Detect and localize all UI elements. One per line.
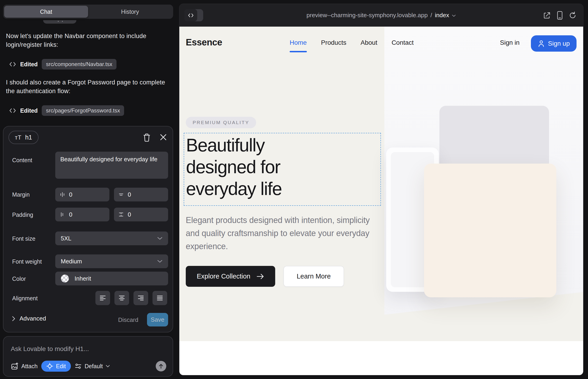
composer-input[interactable]: Ask Lovable to modify H1... (11, 345, 89, 353)
file-chip[interactable]: src/components/Navbar.tsx (42, 59, 116, 69)
save-button[interactable]: Save (147, 313, 168, 327)
explore-collection-button[interactable]: Explore Collection (186, 266, 275, 287)
code-preview-toggle[interactable] (184, 9, 203, 21)
sliders-icon (75, 363, 82, 370)
nav-link-about[interactable]: About (360, 39, 377, 46)
mobile-view-button[interactable] (557, 11, 563, 20)
padding-x-input[interactable]: 0 (55, 208, 109, 221)
font-weight-select[interactable]: Medium (55, 254, 168, 268)
url-separator: / (431, 12, 432, 19)
url-host: preview--charming-site-symphony.lovable.… (307, 12, 428, 19)
url-page: index (435, 12, 449, 19)
edit-target-icon (46, 363, 53, 370)
refresh-icon (569, 11, 577, 19)
refresh-button[interactable] (569, 11, 577, 19)
composer-toolbar: Attach Edit Default (11, 361, 166, 372)
model-default-button[interactable]: Default (75, 363, 110, 370)
tab-chat[interactable]: Chat (4, 6, 88, 18)
edited-label: Edited (20, 61, 38, 68)
color-select[interactable]: Inherit (55, 272, 168, 285)
edited-file-row: Edited src/components/Navbar.tsx (9, 59, 117, 69)
code-icon (9, 108, 16, 113)
chevron-right-icon (12, 316, 15, 322)
tab-history[interactable]: History (88, 6, 172, 18)
chevron-down-icon (157, 237, 163, 240)
font-weight-label: Font weight (12, 258, 42, 265)
learn-more-button[interactable]: Learn More (283, 266, 344, 287)
scrolled-pill-fragment (43, 20, 76, 24)
hero-card-cream (424, 164, 556, 297)
chat-message: I should also create a Forgot Password p… (6, 78, 170, 96)
send-up-icon (158, 363, 164, 369)
padding-vertical-icon (118, 211, 124, 218)
edit-mode-button[interactable]: Edit (41, 361, 71, 372)
hero-cta-row: Explore Collection Learn More (186, 266, 344, 287)
hero-heading[interactable]: Beautifully designed for everyday life (186, 134, 282, 200)
arrow-right-icon (256, 273, 264, 279)
padding-y-input[interactable]: 0 (114, 208, 168, 221)
margin-horizontal-icon (59, 191, 65, 198)
send-button[interactable] (156, 361, 166, 371)
file-chip[interactable]: src/pages/ForgotPassword.tsx (42, 105, 124, 116)
align-left-button[interactable] (95, 291, 110, 305)
nav-link-contact[interactable]: Contact (391, 39, 414, 46)
chevron-down-icon (106, 365, 110, 367)
nav-link-products[interactable]: Products (321, 39, 346, 46)
open-external-button[interactable] (543, 11, 551, 19)
margin-x-input[interactable]: 0 (55, 188, 109, 201)
alignment-buttons (95, 291, 167, 305)
site-nav-links: Home Products About Contact (290, 39, 414, 46)
align-left-icon (99, 295, 106, 301)
chat-message: Now let's update the Navbar component to… (6, 32, 170, 49)
premium-quality-badge: PREMIUM QUALITY (186, 117, 256, 128)
chevron-down-icon (452, 15, 456, 17)
discard-button[interactable]: Discard (118, 316, 138, 323)
element-tag-name: h1 (25, 134, 32, 141)
signup-button[interactable]: Sign up (531, 35, 576, 52)
margin-vertical-icon (118, 191, 124, 198)
preview-panel: preview--charming-site-symphony.lovable.… (179, 4, 583, 375)
edited-label: Edited (20, 107, 38, 114)
transparent-swatch-icon (61, 274, 69, 283)
advanced-toggle[interactable]: Advanced (12, 315, 46, 322)
align-center-icon (118, 295, 125, 301)
preview-browser-bar: preview--charming-site-symphony.lovable.… (179, 4, 583, 27)
font-size-label: Font size (12, 235, 35, 242)
code-icon (9, 62, 16, 67)
edited-file-row: Edited src/pages/ForgotPassword.tsx (9, 105, 124, 116)
browser-actions (543, 4, 577, 27)
nav-link-home[interactable]: Home (290, 39, 307, 46)
padding-horizontal-icon (59, 211, 65, 218)
font-size-select[interactable]: 5XL (55, 232, 168, 245)
alignment-label: Alignment (12, 295, 38, 302)
code-icon (184, 9, 197, 21)
chat-composer[interactable]: Ask Lovable to modify H1... Attach Edit … (3, 336, 173, 377)
hero-paragraph[interactable]: Elegant products designed with intention… (186, 214, 376, 253)
attach-image-icon (11, 362, 19, 370)
open-external-icon (543, 11, 551, 19)
url-bar[interactable]: preview--charming-site-symphony.lovable.… (307, 12, 456, 19)
heading-icon: тT (15, 134, 22, 141)
margin-y-input[interactable]: 0 (114, 188, 168, 201)
align-right-icon (137, 295, 144, 301)
delete-element-button[interactable] (143, 133, 151, 142)
lovable-app: { "sidebar": { "tabs": [ { "label": "Cha… (0, 0, 588, 379)
site-viewport: Essence Home Products About Contact Sign… (179, 27, 583, 375)
content-label: Content (12, 157, 32, 164)
content-input[interactable]: Beautifully designed for everyday life (55, 152, 168, 179)
align-center-button[interactable] (114, 291, 129, 305)
color-label: Color (12, 276, 26, 282)
site-logo[interactable]: Essence (186, 37, 222, 47)
align-justify-icon (156, 295, 163, 301)
element-editor-panel: тT h1 Content Beautifully designed for e… (3, 126, 173, 332)
align-justify-button[interactable] (153, 291, 167, 305)
attach-button[interactable]: Attach (11, 362, 38, 370)
signin-link[interactable]: Sign in (500, 39, 520, 46)
chevron-down-icon (157, 260, 163, 263)
user-icon (538, 40, 545, 47)
align-right-button[interactable] (134, 291, 148, 305)
close-icon[interactable] (159, 133, 167, 141)
padding-label: Padding (12, 211, 33, 218)
selected-element-tag[interactable]: тT h1 (8, 131, 39, 144)
site-navbar: Essence Home Products About Contact Sign… (179, 27, 583, 61)
